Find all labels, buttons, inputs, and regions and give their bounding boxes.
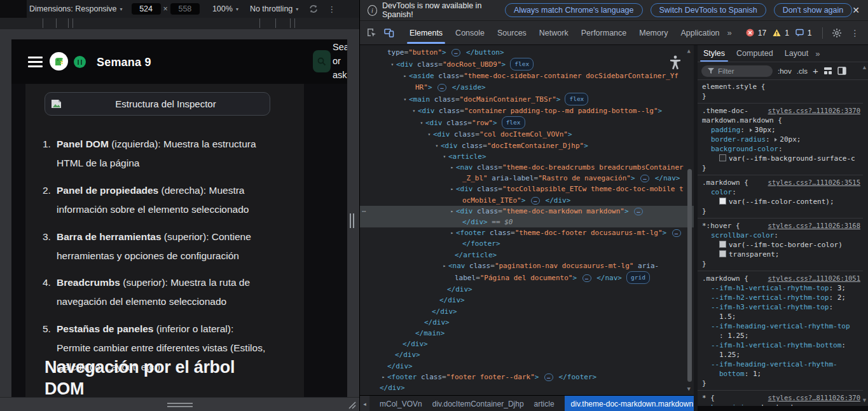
pause-button[interactable] xyxy=(74,56,86,68)
css-property-line[interactable]: bottom: 1; xyxy=(702,369,860,379)
css-source-link[interactable]: styles.css?…111026:3515 xyxy=(764,178,860,187)
expand-inline-icon[interactable]: … xyxy=(544,374,553,381)
device-height-input[interactable]: 558 xyxy=(170,3,200,15)
rotate-icon[interactable] xyxy=(308,4,319,14)
tree-expand-icon[interactable]: ▸ xyxy=(441,260,448,271)
breadcrumb-item-div-theme-doc-markdown-markdown[interactable]: div.theme-doc-markdown.markdown xyxy=(565,396,694,411)
css-selector[interactable]: * { xyxy=(702,393,715,403)
css-source-link[interactable]: styles.css?…111026:3370 xyxy=(764,106,860,116)
toggle-hover-state[interactable]: :hov xyxy=(778,67,792,75)
tree-expand-icon[interactable]: ▸ xyxy=(448,206,456,217)
css-property-line[interactable]: : 1.25; xyxy=(702,331,860,340)
expand-inline-icon[interactable]: … xyxy=(451,49,460,57)
zoom-select[interactable]: 100% xyxy=(212,4,233,13)
tab-performance[interactable]: Performance xyxy=(575,21,633,44)
computed-sidebar-icon[interactable] xyxy=(837,67,846,75)
devtools-split-handle[interactable] xyxy=(350,213,354,228)
tab-memory[interactable]: Memory xyxy=(633,21,674,44)
tab-console[interactable]: Console xyxy=(449,21,491,44)
scrollbar-down-icon[interactable]: ▼ xyxy=(687,386,691,392)
tree-expand-icon[interactable]: ▸ xyxy=(401,71,409,81)
expand-triangle-icon[interactable] xyxy=(750,128,752,132)
css-selector[interactable]: markdown.markdown { xyxy=(702,116,860,125)
error-count[interactable]: 17 xyxy=(758,29,766,37)
infobar-button-don-t-show-again[interactable]: Don't show again xyxy=(774,3,853,17)
dom-tree-line[interactable]: HR"> … </aside> xyxy=(360,82,694,93)
expand-inline-icon[interactable]: … xyxy=(672,229,681,237)
css-selector[interactable]: .markdown { xyxy=(702,274,748,283)
expand-inline-icon[interactable]: … xyxy=(582,274,591,282)
css-property-line[interactable]: var(--ifm-toc-border-color) xyxy=(702,240,860,250)
dom-tree-line[interactable]: </div> xyxy=(360,306,694,317)
css-property-line[interactable]: --ifm-heading-vertical-rhythm-top xyxy=(702,321,860,331)
css-selector[interactable]: .markdown { xyxy=(702,178,748,187)
expand-inline-icon[interactable]: … xyxy=(531,197,540,205)
infobar-close-icon[interactable]: ✕ xyxy=(852,5,860,15)
element-state-icon[interactable] xyxy=(823,67,832,75)
line-options-icon[interactable]: ⋯ xyxy=(362,206,367,217)
styles-horizontal-scrollbar[interactable] xyxy=(698,406,868,411)
dom-tree-line[interactable]: ▸<footer class="theme-doc-footer docusau… xyxy=(360,227,694,238)
tree-expand-icon[interactable]: ▸ xyxy=(448,162,456,173)
dom-tree-line[interactable]: </div> xyxy=(360,295,694,306)
tree-expand-icon[interactable]: ▸ xyxy=(448,227,456,238)
page-title[interactable]: Semana 9 xyxy=(97,56,151,69)
styles-scroll-up-icon[interactable]: ▲ xyxy=(862,64,867,71)
error-icon[interactable] xyxy=(746,29,754,37)
dom-tree-line[interactable]: </div> == $0 xyxy=(360,217,694,227)
flex-badge[interactable]: flex xyxy=(565,93,588,105)
css-property-line[interactable]: --ifm-heading-vertical-rhythm- xyxy=(702,360,860,369)
dom-tree-line[interactable]: </footer> xyxy=(360,238,694,249)
css-selector[interactable]: *:hover { xyxy=(702,221,740,231)
styles-filter-input[interactable]: Filter xyxy=(701,65,773,77)
infobar-button-switch-devtools-to-spanish[interactable]: Switch DevTools to Spanish xyxy=(651,3,766,17)
css-selector[interactable]: element.style { xyxy=(702,82,765,91)
css-property-line[interactable]: scrollbar-color: xyxy=(702,231,860,240)
dom-tree-line[interactable]: </div> xyxy=(360,382,694,393)
css-property-line[interactable]: border-radius: 20px; xyxy=(702,135,860,144)
elements-scrollbar-thumb[interactable] xyxy=(687,169,692,382)
dom-tree-line[interactable]: ▸<footer class="footer footer--dark"> … … xyxy=(360,372,694,382)
device-toolbar-more-icon[interactable]: ⋮ xyxy=(327,4,336,14)
dimensions-select[interactable]: Dimensions: Responsive xyxy=(29,4,117,13)
css-property-line[interactable]: var(--ifm-background-surface-c xyxy=(702,154,860,163)
flex-badge[interactable]: flex xyxy=(502,116,525,129)
styles-tab-styles[interactable]: Styles xyxy=(698,45,731,62)
tree-collapse-icon[interactable]: ▾ xyxy=(410,105,418,116)
styles-scroll-down-icon[interactable]: ▼ xyxy=(862,397,867,403)
tree-collapse-icon[interactable]: ▾ xyxy=(418,118,425,128)
color-swatch[interactable] xyxy=(719,198,726,205)
dom-tree-line[interactable]: ▸<div class="tocCollapsible_ETCw theme-d… xyxy=(360,184,694,194)
css-rule[interactable]: * {styles.css?…8111026:370box-sizing: bo… xyxy=(698,391,863,406)
expand-inline-icon[interactable]: … xyxy=(437,84,446,91)
dom-tree-line[interactable]: </main> xyxy=(360,328,694,339)
tab-elements[interactable]: Elements xyxy=(403,21,449,44)
dom-tree-line[interactable]: _Z_bl" aria-label="Rastro de navegación"… xyxy=(360,173,694,184)
device-toolbar-toggle-icon[interactable] xyxy=(383,27,394,38)
warning-icon[interactable] xyxy=(773,29,781,37)
dom-tree-line[interactable]: </div> xyxy=(360,339,694,349)
dom-tree-line[interactable]: ⋯▸<div class="theme-doc-markdown markdow… xyxy=(360,206,694,217)
window-resize-handle[interactable] xyxy=(347,400,356,411)
site-logo[interactable] xyxy=(50,52,68,71)
dom-tree-line[interactable]: </div> xyxy=(360,361,694,372)
styles-tab-layout[interactable]: Layout xyxy=(779,45,815,62)
css-source-link[interactable]: styles.css?…8111026:370 xyxy=(764,393,860,403)
toggle-classes[interactable]: .cls xyxy=(797,67,808,75)
menu-icon[interactable] xyxy=(28,57,43,70)
color-swatch[interactable] xyxy=(719,241,726,248)
tree-collapse-icon[interactable]: ▾ xyxy=(441,151,448,162)
css-property-line[interactable]: padding: 30px; xyxy=(702,125,860,135)
dom-tree-line[interactable]: ▸<aside class="theme-doc-sidebar-contain… xyxy=(360,71,694,81)
breadcrumb-item-article[interactable]: article xyxy=(534,400,555,408)
breadcrumb-scroll-left-icon[interactable]: ◂ xyxy=(360,396,369,411)
tab-network[interactable]: Network xyxy=(533,21,575,44)
new-style-rule-icon[interactable]: + xyxy=(813,65,818,76)
css-rule[interactable]: .markdown {styles.css?…111026:3515color:… xyxy=(698,175,863,219)
css-property-line[interactable]: transparent; xyxy=(702,250,860,259)
dom-tree-line[interactable]: </div> xyxy=(360,284,694,295)
css-source-link[interactable]: styles.css?…111026:1051 xyxy=(764,274,860,283)
dom-tree-line[interactable]: ▾<main class="docMainContainer_TBSr">fle… xyxy=(360,93,694,105)
css-source-link[interactable]: styles.css?…111026:3168 xyxy=(764,221,860,231)
css-rule[interactable]: .theme-doc-styles.css?…111026:3370markdo… xyxy=(698,104,863,175)
